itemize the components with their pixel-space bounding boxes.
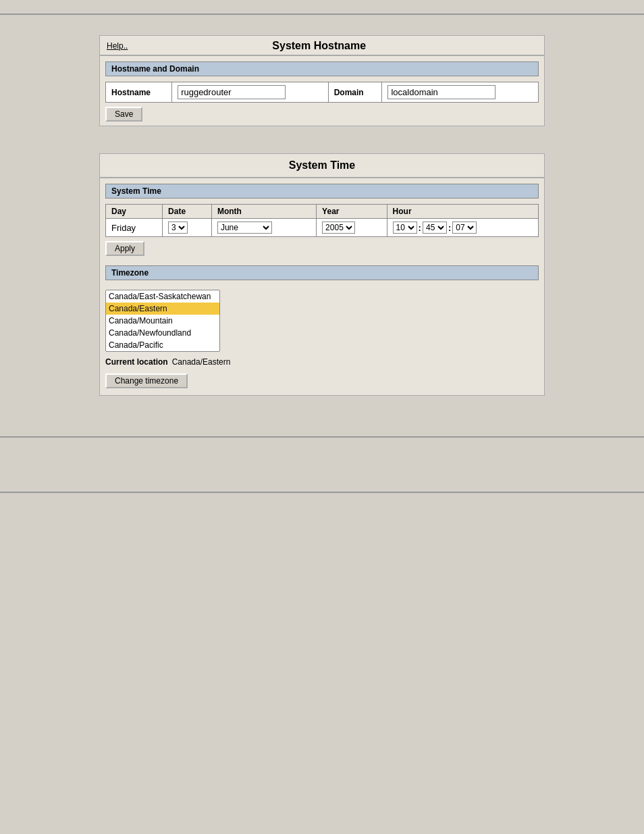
save-button[interactable]: Save — [105, 107, 142, 122]
year-select[interactable]: 2003 2004 2005 2006 2007 — [322, 221, 355, 234]
col-day: Day — [106, 205, 163, 219]
hostname-form-table: Hostname Domain — [105, 82, 539, 103]
colon2: : — [448, 223, 451, 233]
current-location-value: Canada/Eastern — [172, 357, 231, 367]
hour-select[interactable]: 10 — [393, 221, 417, 234]
tz-newfoundland[interactable]: Canada/Newfoundland — [106, 327, 219, 339]
col-date: Date — [163, 205, 212, 219]
hostname-separator — [100, 55, 544, 56]
help-link[interactable]: Help.. — [107, 41, 128, 51]
hostname-input[interactable] — [178, 85, 286, 99]
date-select[interactable]: 3 — [168, 221, 188, 234]
current-location-row: Current location Canada/Eastern — [100, 356, 544, 369]
domain-label: Domain — [334, 88, 364, 97]
time-separator — [100, 177, 544, 178]
apply-button[interactable]: Apply — [105, 241, 144, 256]
apply-btn-row: Apply — [100, 237, 544, 260]
col-month: Month — [211, 205, 316, 219]
hostname-subsection: Hostname and Domain — [105, 61, 539, 76]
tz-pacific[interactable]: Canada/Pacific — [106, 339, 219, 351]
timezone-subsection: Timezone — [105, 265, 539, 280]
page-wrapper: Help.. System Hostname Hostname and Doma… — [0, 0, 644, 834]
bottom-rule-top — [0, 436, 644, 438]
domain-input[interactable] — [387, 85, 495, 99]
timezone-row: Canada/East-Saskatchewan Canada/Eastern … — [100, 286, 544, 356]
hostname-title: System Hostname — [128, 40, 510, 52]
time-table: Day Date Month Year Hour Friday 3 — [105, 204, 539, 237]
tz-mountain[interactable]: Canada/Mountain — [106, 315, 219, 327]
hour-inputs: 10 : 45 : 07 — [393, 221, 533, 234]
second-select[interactable]: 07 — [452, 221, 477, 234]
current-location-label: Current location — [105, 357, 168, 367]
col-hour: Hour — [387, 205, 538, 219]
hostname-header: Help.. System Hostname — [100, 36, 544, 55]
time-panel: System Time System Time Day Date Month Y… — [99, 153, 545, 396]
tz-eastern[interactable]: Canada/Eastern — [106, 303, 219, 315]
day-value: Friday — [106, 219, 163, 237]
tz-east-sask[interactable]: Canada/East-Saskatchewan — [106, 290, 219, 303]
timezone-listbox[interactable]: Canada/East-Saskatchewan Canada/Eastern … — [105, 290, 220, 352]
minute-select[interactable]: 45 — [423, 221, 447, 234]
hostname-label: Hostname — [111, 88, 151, 97]
save-btn-row: Save — [100, 103, 544, 126]
time-title: System Time — [289, 159, 355, 171]
col-year: Year — [317, 205, 387, 219]
month-select[interactable]: June January February March April May Ju… — [217, 221, 272, 234]
change-timezone-button[interactable]: Change timezone — [105, 373, 188, 388]
time-subsection: System Time — [105, 184, 539, 199]
change-timezone-btn-row: Change timezone — [100, 369, 544, 395]
top-rule — [0, 14, 644, 15]
hostname-panel: Help.. System Hostname Hostname and Doma… — [99, 35, 545, 126]
bottom-rules — [0, 436, 644, 493]
colon1: : — [419, 223, 421, 233]
bottom-rule-bottom — [0, 492, 644, 493]
